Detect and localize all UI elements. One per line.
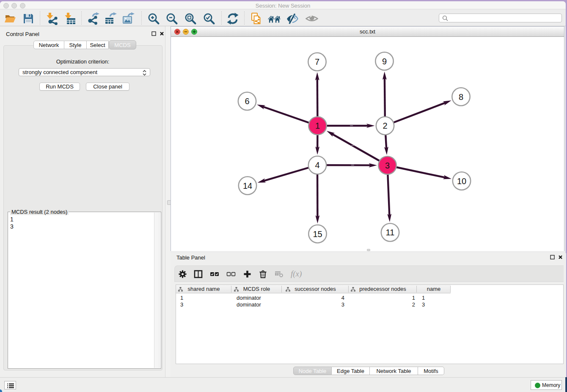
svg-text:8: 8 bbox=[459, 92, 463, 102]
svg-text:10: 10 bbox=[457, 177, 466, 186]
svg-text:1: 1 bbox=[315, 121, 320, 130]
svg-text:9: 9 bbox=[382, 57, 387, 66]
svg-text:15: 15 bbox=[313, 229, 322, 239]
svg-text:2: 2 bbox=[383, 121, 387, 130]
svg-text:6: 6 bbox=[245, 97, 249, 106]
svg-text:7: 7 bbox=[315, 57, 319, 66]
svg-text:14: 14 bbox=[243, 181, 252, 190]
svg-text:4: 4 bbox=[315, 160, 319, 170]
svg-text:11: 11 bbox=[386, 228, 395, 237]
svg-text:3: 3 bbox=[385, 161, 390, 170]
